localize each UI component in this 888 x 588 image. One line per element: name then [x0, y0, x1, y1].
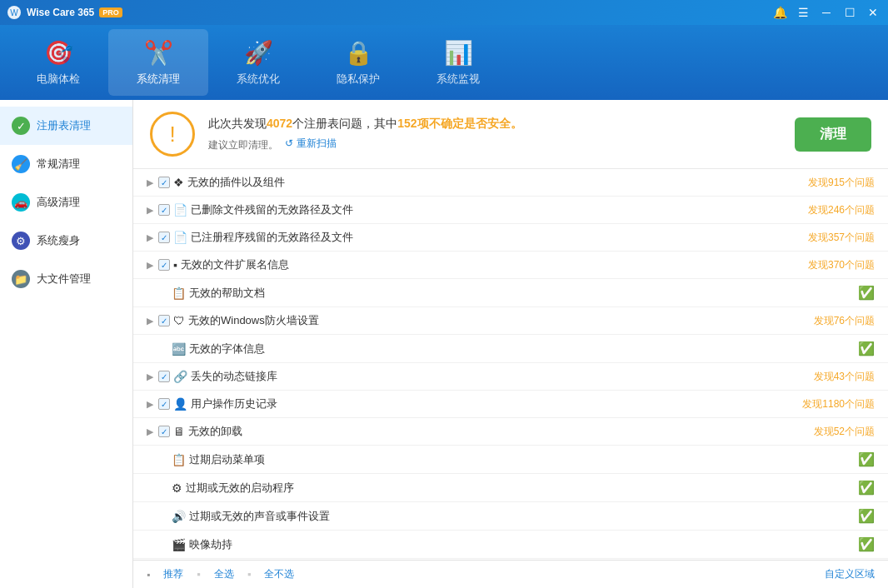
sys-monitor-icon: 📊	[444, 39, 473, 67]
item-type-icon: ❖	[173, 176, 184, 189]
nav-privacy-label: 隐私保护	[337, 72, 380, 87]
summary-subtitle: 建议立即清理。	[208, 138, 278, 152]
check-icon: ✅	[858, 480, 875, 496]
expand-arrow[interactable]: ▶	[147, 260, 153, 271]
item-type-icon: 📄	[173, 203, 187, 217]
adv-clean-icon: 🚗	[12, 193, 30, 212]
nav-sys-monitor-label: 系统监视	[437, 72, 480, 87]
checkbox[interactable]: ✓	[158, 371, 170, 382]
app-logo: W	[7, 5, 22, 20]
item-name: 无效的插件以及组件	[187, 175, 805, 190]
select-all-link[interactable]: 全选	[214, 567, 234, 581]
item-name: 无效的卸载	[188, 424, 811, 439]
nav-sys-monitor[interactable]: 📊 系统监视	[408, 29, 508, 96]
item-count: 发现357个问题	[808, 231, 875, 245]
sidebar-item-big-file[interactable]: 📁 大文件管理	[0, 260, 132, 298]
list-item-item4[interactable]: ▶✓▪无效的文件扩展名信息发现370个问题	[133, 252, 888, 279]
item-type-icon: 📋	[172, 453, 186, 466]
checkbox[interactable]: ✓	[158, 232, 170, 243]
sidebar-item-common-clean[interactable]: 🧹 常规清理	[0, 145, 132, 183]
clean-button[interactable]: 清理	[795, 117, 871, 152]
privacy-icon: 🔒	[344, 39, 373, 67]
item-type-icon: 🎬	[172, 538, 186, 551]
summary-text: 此次共发现4072个注册表问题，其中152项不确定是否安全。 建议立即清理。 ↺…	[208, 117, 781, 152]
summary-prefix: 此次共发现	[208, 117, 267, 130]
nav-sys-opt[interactable]: 🚀 系统优化	[208, 29, 308, 96]
item-name: 无效的帮助文档	[189, 286, 855, 301]
checkbox[interactable]: ✓	[158, 259, 170, 271]
checkbox[interactable]: ✓	[158, 426, 170, 437]
checkbox[interactable]: ✓	[158, 177, 170, 188]
bottom-bar: ▪ 推荐 ▪ 全选 ▪ 全不选 自定义区域	[133, 560, 888, 588]
checkbox[interactable]: ✓	[158, 315, 170, 326]
minimize-button[interactable]: ─	[818, 4, 835, 21]
sys-clean-icon: ✂️	[144, 39, 173, 67]
summary-title: 此次共发现4072个注册表问题，其中152项不确定是否安全。	[208, 117, 781, 132]
warning-icon: !	[150, 112, 195, 157]
item-type-icon: 🔗	[173, 370, 187, 383]
list-item-item7[interactable]: ▶✓👤用户操作历史记录发现1180个问题	[133, 391, 888, 418]
item-name: 用户操作历史记录	[191, 396, 799, 411]
reg-clean-label: 注册表清理	[37, 118, 91, 133]
nav-pc-check[interactable]: 🎯 电脑体检	[8, 29, 108, 96]
item-type-icon: 🔊	[172, 510, 186, 523]
item-count: 发现246个问题	[808, 203, 875, 217]
check-icon: ✅	[858, 508, 875, 524]
common-clean-label: 常规清理	[37, 157, 80, 172]
menu-button[interactable]: ☰	[795, 4, 811, 21]
expand-arrow[interactable]: ▶	[147, 205, 153, 216]
recommend-link[interactable]: 推荐	[163, 567, 183, 581]
list-item-item2[interactable]: ▶✓📄已删除文件残留的无效路径及文件发现246个问题	[133, 197, 888, 224]
item-count: 发现370个问题	[808, 258, 875, 272]
list-item-item8a[interactable]: 📋过期启动菜单项✅	[133, 446, 888, 474]
item-name: 丢失的动态链接库	[191, 369, 811, 384]
list-item-item3[interactable]: ▶✓📄已注册程序残留的无效路径及文件发现357个问题	[133, 224, 888, 252]
list-item-item1[interactable]: ▶✓❖无效的插件以及组件发现915个问题	[133, 169, 888, 197]
item-type-icon: 📋	[172, 287, 186, 300]
nav-sys-clean[interactable]: ✂️ 系统清理	[108, 29, 208, 96]
sidebar-item-reg-clean[interactable]: ✓ 注册表清理	[0, 107, 132, 145]
item-type-icon: 🛡	[173, 314, 185, 327]
items-list: ▶✓❖无效的插件以及组件发现915个问题▶✓📄已删除文件残留的无效路径及文件发现…	[133, 169, 888, 560]
rescan-button[interactable]: ↺ 重新扫描	[285, 137, 337, 151]
item-name: 无效的文件扩展名信息	[181, 257, 805, 272]
expand-arrow[interactable]: ▶	[147, 232, 153, 243]
nav-privacy[interactable]: 🔒 隐私保护	[308, 29, 408, 96]
item-type-icon: ▪	[173, 258, 177, 272]
sidebar-item-sys-slim[interactable]: ⚙ 系统瘦身	[0, 222, 132, 260]
expand-arrow[interactable]: ▶	[147, 371, 153, 382]
list-item-item5[interactable]: ▶✓🛡无效的Windows防火墙设置发现76个问题	[133, 307, 888, 335]
adv-clean-label: 高级清理	[37, 195, 80, 210]
list-item-item4a[interactable]: 📋无效的帮助文档✅	[133, 279, 888, 307]
expand-arrow[interactable]: ▶	[147, 177, 153, 188]
list-item-item8c[interactable]: 🔊过期或无效的声音或事件设置✅	[133, 502, 888, 531]
item-type-icon: ⚙	[172, 481, 182, 495]
checkbox[interactable]: ✓	[158, 204, 170, 216]
list-item-item6[interactable]: ▶✓🔗丢失的动态链接库发现43个问题	[133, 363, 888, 391]
big-file-icon: 📁	[12, 270, 30, 288]
sys-slim-label: 系统瘦身	[37, 233, 80, 248]
item-count: 发现52个问题	[814, 425, 875, 439]
help-button[interactable]: 🔔	[771, 4, 788, 21]
sidebar-item-adv-clean[interactable]: 🚗 高级清理	[0, 183, 132, 222]
expand-arrow[interactable]: ▶	[147, 426, 153, 437]
checkbox[interactable]: ✓	[158, 398, 170, 410]
item-count: 发现76个问题	[814, 314, 875, 328]
expand-arrow[interactable]: ▶	[147, 316, 153, 326]
item-count: 发现1180个问题	[802, 397, 875, 411]
list-item-item5a[interactable]: 🔤无效的字体信息✅	[133, 335, 888, 363]
item-name: 过期或无效的声音或事件设置	[189, 509, 855, 524]
close-button[interactable]: ✕	[865, 4, 881, 21]
custom-region-link[interactable]: 自定义区域	[825, 568, 875, 580]
pro-badge: PRO	[99, 7, 122, 17]
expand-arrow[interactable]: ▶	[147, 399, 153, 410]
list-item-item8[interactable]: ▶✓🖥无效的卸载发现52个问题	[133, 418, 888, 446]
content-area: ! 此次共发现4072个注册表问题，其中152项不确定是否安全。 建议立即清理。…	[133, 100, 888, 588]
top-navigation: 🎯 电脑体检 ✂️ 系统清理 🚀 系统优化 🔒 隐私保护 📊 系统监视	[0, 25, 888, 100]
list-item-item8b[interactable]: ⚙过期或无效的启动程序✅	[133, 474, 888, 502]
maximize-button[interactable]: ☐	[841, 4, 858, 21]
list-item-item8d[interactable]: 🎬映像劫持✅	[133, 531, 888, 559]
item-type-icon: 🖥	[173, 425, 185, 438]
deselect-all-link[interactable]: 全不选	[264, 567, 294, 581]
summary-mid: 个注册表问题，其中	[292, 117, 397, 130]
